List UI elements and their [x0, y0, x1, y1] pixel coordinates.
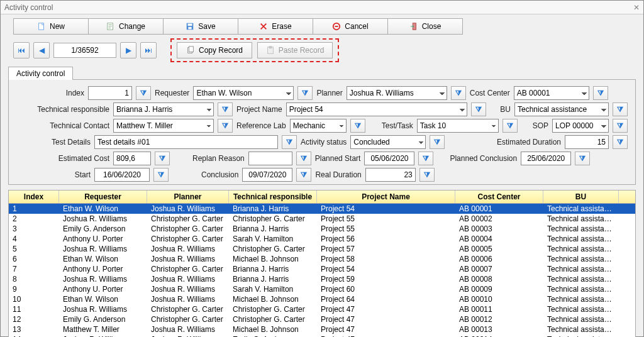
col-planner[interactable]: Planner: [147, 191, 229, 203]
plconc-filter-button[interactable]: ⧩: [575, 152, 590, 165]
start-label: Start: [16, 170, 91, 179]
actstatus-select[interactable]: Concluded: [350, 135, 426, 149]
index-filter-button[interactable]: ⧩: [136, 86, 151, 100]
testtask-filter-button[interactable]: ⧩: [502, 119, 518, 133]
replan-input[interactable]: [248, 152, 292, 165]
replan-filter-button[interactable]: ⧩: [296, 152, 311, 165]
col-projname[interactable]: Project Name: [317, 191, 455, 203]
start-input[interactable]: [94, 168, 150, 182]
sop-select[interactable]: LOP 00000: [552, 119, 609, 133]
copy-record-button[interactable]: Copy Record: [177, 42, 252, 58]
planner-select[interactable]: Joshua R. Williams: [347, 86, 447, 100]
nav-last-button[interactable]: ⏭: [140, 42, 157, 58]
close-button[interactable]: Close: [387, 18, 463, 35]
table-cell: Joshua R. Williams: [147, 204, 229, 214]
table-row[interactable]: 4Anthony U. PorterChristopher G. CarterS…: [9, 234, 635, 244]
start-filter-button[interactable]: ⧩: [153, 168, 169, 182]
table-row[interactable]: 7Anthony U. PorterChristopher G. CarterB…: [9, 264, 635, 274]
funnel-icon: ⧩: [158, 170, 164, 179]
nav-next-button[interactable]: ▶: [120, 42, 136, 58]
table-cell: Matthew T. Miller: [59, 324, 147, 334]
change-button[interactable]: Change: [88, 18, 164, 35]
grid-body[interactable]: 1Ethan W. WilsonJoshua R. WilliamsBriann…: [9, 204, 635, 337]
funnel-icon: ⧩: [140, 89, 147, 97]
table-cell: Joshua R. Williams: [59, 304, 147, 314]
techcontact-select[interactable]: Matthew T. Miller: [113, 119, 214, 133]
nav-prev-button[interactable]: ◀: [33, 42, 50, 58]
requester-filter-button[interactable]: ⧩: [297, 86, 313, 100]
table-row[interactable]: 12Emily G. AndersonChristopher G. Carter…: [9, 314, 635, 324]
col-requester[interactable]: Requester: [59, 191, 147, 203]
estdur-filter-button[interactable]: ⧩: [613, 135, 628, 149]
table-row[interactable]: 3Emily G. AndersonChristopher G. CarterB…: [9, 224, 635, 234]
table-row[interactable]: 8Joshua R. WilliamsJoshua R. WilliamsBri…: [9, 274, 635, 284]
techcontact-filter-button[interactable]: ⧩: [218, 119, 233, 133]
projname-label: Project Name: [236, 105, 282, 114]
reflab-filter-button[interactable]: ⧩: [350, 119, 365, 133]
techresp-select[interactable]: Brianna J. Harris: [113, 102, 214, 116]
erase-button[interactable]: Erase: [238, 18, 313, 35]
plstart-input[interactable]: [364, 152, 414, 165]
actstatus-filter-button[interactable]: ⧩: [430, 135, 445, 149]
testtask-select[interactable]: Task 10: [417, 119, 499, 133]
tab-activity-control[interactable]: Activity control: [8, 67, 73, 80]
bu-filter-button[interactable]: ⧩: [613, 102, 628, 116]
table-row[interactable]: 13Matthew T. MillerJoshua R. WilliamsMic…: [9, 324, 635, 334]
table-row[interactable]: 14Joshua R. WilliamsJoshua R. WilliamsEm…: [9, 334, 635, 337]
save-button[interactable]: Save: [163, 18, 238, 35]
table-cell: Joshua R. Williams: [147, 284, 229, 294]
table-cell: 3: [9, 224, 59, 234]
col-bu[interactable]: BU: [543, 191, 619, 203]
planner-filter-button[interactable]: ⧩: [451, 86, 466, 100]
table-cell: 12: [9, 314, 59, 324]
testdetails-filter-button[interactable]: ⧩: [282, 135, 297, 149]
change-label: Change: [119, 22, 145, 31]
table-cell: Technical assistance: [543, 214, 619, 224]
costcenter-select[interactable]: AB 00001: [514, 86, 589, 100]
funnel-icon: ⧩: [159, 154, 165, 163]
paste-record-label: Paste Record: [279, 46, 325, 55]
table-row[interactable]: 2Joshua R. WilliamsChristopher G. Carter…: [9, 214, 635, 224]
funnel-icon: ⧩: [475, 105, 482, 114]
table-row[interactable]: 11Joshua R. WilliamsChristopher G. Carte…: [9, 304, 635, 314]
funnel-icon: ⧩: [579, 154, 586, 163]
paste-record-button[interactable]: Paste Record: [257, 42, 333, 58]
plstart-filter-button[interactable]: ⧩: [418, 152, 433, 165]
estdur-input[interactable]: [565, 135, 609, 149]
techresp-filter-button[interactable]: ⧩: [218, 102, 233, 116]
costcenter-filter-button[interactable]: ⧩: [593, 86, 608, 100]
table-row[interactable]: 5Joshua R. WilliamsJoshua R. WilliamsChr…: [9, 244, 635, 254]
reflab-select[interactable]: Mechanic: [290, 119, 347, 133]
table-row[interactable]: 10Ethan W. WilsonJoshua R. WilliamsMicha…: [9, 294, 635, 304]
realdur-filter-button[interactable]: ⧩: [419, 168, 435, 182]
estcost-input[interactable]: [113, 152, 151, 165]
col-costcenter[interactable]: Cost Center: [455, 191, 543, 203]
plconc-input[interactable]: [521, 152, 571, 165]
close-icon[interactable]: ✕: [633, 1, 640, 14]
testdetails-input[interactable]: [94, 135, 278, 149]
realdur-input[interactable]: [365, 168, 416, 182]
table-cell: Project 57: [317, 244, 455, 254]
table-cell: AB 00002: [455, 214, 543, 224]
cancel-button[interactable]: Cancel: [313, 18, 388, 35]
projname-select[interactable]: Project 54: [286, 102, 467, 116]
col-index[interactable]: Index: [9, 191, 59, 203]
new-button[interactable]: New: [13, 18, 89, 35]
index-input[interactable]: [88, 86, 132, 100]
table-cell: Ethan W. Wilson: [59, 204, 147, 214]
sop-filter-button[interactable]: ⧩: [613, 119, 628, 133]
table-row[interactable]: 1Ethan W. WilsonJoshua R. WilliamsBriann…: [9, 204, 635, 214]
requester-select[interactable]: Ethan W. Wilson: [193, 86, 294, 100]
table-cell: Brianna J. Harris: [229, 204, 317, 214]
nav-first-button[interactable]: ⏮: [13, 42, 30, 58]
bu-select[interactable]: Technical assistance: [514, 102, 609, 116]
funnel-icon: ⧩: [617, 138, 623, 146]
projname-filter-button[interactable]: ⧩: [471, 102, 486, 116]
conclusion-input[interactable]: [242, 168, 292, 182]
table-row[interactable]: 9Anthony U. PorterJoshua R. WilliamsSara…: [9, 284, 635, 294]
conclusion-filter-button[interactable]: ⧩: [296, 168, 311, 182]
col-techresp[interactable]: Technical responsible: [229, 191, 317, 203]
estcost-filter-button[interactable]: ⧩: [155, 152, 170, 165]
table-row[interactable]: 6Ethan W. WilsonJoshua R. WilliamsMichae…: [9, 254, 635, 264]
table-cell: Brianna J. Harris: [229, 264, 317, 274]
